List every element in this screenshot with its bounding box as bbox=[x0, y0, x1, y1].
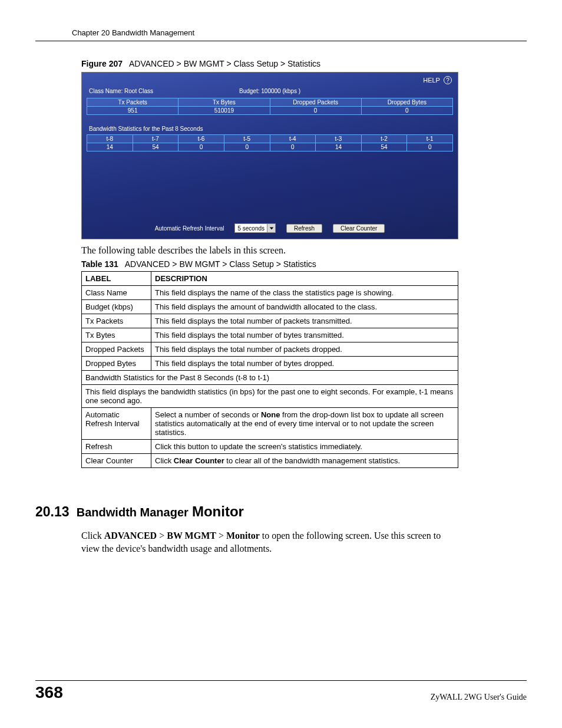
row-merged: This field displays the bandwidth statis… bbox=[82, 385, 458, 408]
row-label: Dropped Bytes bbox=[82, 357, 151, 371]
col-t4: t-4 bbox=[270, 135, 316, 143]
val-t4: 0 bbox=[270, 143, 316, 151]
refresh-button[interactable]: Refresh bbox=[286, 224, 322, 233]
row-desc: This field displays the total number of … bbox=[151, 314, 458, 328]
table-row: Dropped Bytes This field displays the to… bbox=[82, 357, 458, 371]
table-row: This field displays the bandwidth statis… bbox=[82, 385, 458, 408]
page-number: 368 bbox=[35, 683, 63, 702]
col-tx-bytes: Tx Bytes bbox=[178, 98, 270, 107]
row-desc: This field displays the name of the clas… bbox=[151, 286, 458, 300]
table-row: Refresh Click this button to update the … bbox=[82, 440, 458, 454]
table-row: Budget (kbps) This field displays the am… bbox=[82, 300, 458, 314]
guide-name: ZyWALL 2WG User's Guide bbox=[431, 693, 527, 702]
figure-label: Figure 207 bbox=[81, 59, 123, 68]
clear-counter-button[interactable]: Clear Counter bbox=[333, 224, 385, 233]
col-t7: t-7 bbox=[133, 135, 178, 143]
table-row: Bandwidth Statistics for the Past 8 Seco… bbox=[82, 371, 458, 385]
val-t3: 14 bbox=[316, 143, 362, 151]
val-t8: 14 bbox=[87, 143, 133, 151]
col-dropped-bytes: Dropped Bytes bbox=[361, 98, 452, 107]
row-label: Refresh bbox=[82, 440, 151, 454]
row-desc: Click this button to update the screen's… bbox=[151, 440, 458, 454]
budget-label: Budget: bbox=[239, 88, 259, 94]
refresh-interval-select[interactable]: 5 seconds bbox=[234, 223, 276, 233]
section-title-part1: Bandwidth Manager bbox=[77, 506, 189, 519]
section-number: 20.13 bbox=[35, 504, 70, 519]
statistics-screenshot: HELP ? Class Name: Root Class Budget: 10… bbox=[81, 72, 458, 239]
col-label: LABEL bbox=[82, 272, 151, 286]
figure-caption-text: ADVANCED > BW MGMT > Class Setup > Stati… bbox=[129, 59, 320, 68]
table-row: Tx Packets This field displays the total… bbox=[82, 314, 458, 328]
section-heading: 20.13 Bandwidth Manager Monitor bbox=[35, 503, 527, 520]
budget-value: 100000 (kbps ) bbox=[261, 88, 300, 94]
stats-subhead: Bandwidth Statistics for the Past 8 Seco… bbox=[87, 115, 453, 134]
col-t6: t-6 bbox=[178, 135, 224, 143]
val-t2: 54 bbox=[361, 143, 407, 151]
table-row: Dropped Packets This field displays the … bbox=[82, 342, 458, 357]
intro-paragraph: The following table describes the labels… bbox=[81, 245, 458, 256]
table-row: Automatic Refresh Interval Select a numb… bbox=[82, 408, 458, 440]
page-footer: 368 ZyWALL 2WG User's Guide bbox=[35, 680, 527, 702]
chevron-down-icon[interactable] bbox=[267, 224, 275, 232]
table-row: Class Name This field displays the name … bbox=[82, 286, 458, 300]
figure-caption: Figure 207 ADVANCED > BW MGMT > Class Se… bbox=[81, 59, 527, 68]
table-row: Tx Bytes This field displays the total n… bbox=[82, 328, 458, 342]
row-desc: Select a number of seconds or None from … bbox=[151, 408, 458, 440]
row-label: Budget (kbps) bbox=[82, 300, 151, 314]
table-caption-text: ADVANCED > BW MGMT > Class Setup > Stati… bbox=[125, 259, 316, 269]
val-dropped-bytes: 0 bbox=[361, 107, 452, 115]
row-label: Tx Packets bbox=[82, 314, 151, 328]
row-label: Dropped Packets bbox=[82, 342, 151, 357]
stats-summary-table: Tx Packets Tx Bytes Dropped Packets Drop… bbox=[87, 98, 453, 115]
val-tx-bytes: 510019 bbox=[178, 107, 270, 115]
col-t1: t-1 bbox=[407, 135, 453, 143]
help-link[interactable]: HELP bbox=[423, 77, 440, 84]
row-label: Class Name bbox=[82, 286, 151, 300]
row-merged: Bandwidth Statistics for the Past 8 Seco… bbox=[82, 371, 458, 385]
col-t2: t-2 bbox=[361, 135, 407, 143]
row-label: Clear Counter bbox=[82, 454, 151, 468]
table-label: Table 131 bbox=[81, 259, 118, 269]
table-caption: Table 131 ADVANCED > BW MGMT > Class Set… bbox=[81, 259, 527, 269]
col-description: DESCRIPTION bbox=[151, 272, 458, 286]
row-desc: This field displays the total number of … bbox=[151, 342, 458, 357]
val-t7: 54 bbox=[133, 143, 178, 151]
col-t3: t-3 bbox=[316, 135, 362, 143]
class-name-label: Class Name: bbox=[89, 88, 123, 94]
col-tx-packets: Tx Packets bbox=[87, 98, 178, 107]
svg-marker-0 bbox=[269, 227, 273, 229]
class-name-value: Root Class bbox=[124, 88, 153, 94]
val-tx-packets: 951 bbox=[87, 107, 178, 115]
row-desc: This field displays the amount of bandwi… bbox=[151, 300, 458, 314]
val-dropped-packets: 0 bbox=[270, 107, 361, 115]
stats-8sec-table: t-8 t-7 t-6 t-5 t-4 t-3 t-2 t-1 14 54 0 … bbox=[87, 134, 453, 151]
row-desc: This field displays the total number of … bbox=[151, 357, 458, 371]
refresh-interval-value: 5 seconds bbox=[237, 225, 265, 232]
col-t8: t-8 bbox=[87, 135, 133, 143]
row-label: Automatic Refresh Interval bbox=[82, 408, 151, 440]
row-desc: This field displays the total number of … bbox=[151, 328, 458, 342]
val-t6: 0 bbox=[178, 143, 224, 151]
col-dropped-packets: Dropped Packets bbox=[270, 98, 361, 107]
refresh-interval-label: Automatic Refresh Interval bbox=[155, 225, 224, 232]
val-t5: 0 bbox=[224, 143, 270, 151]
section-title-part2: Monitor bbox=[192, 503, 244, 519]
description-table: LABEL DESCRIPTION Class Name This field … bbox=[81, 271, 458, 468]
col-t5: t-5 bbox=[224, 135, 270, 143]
table-row: Clear Counter Click Clear Counter to cle… bbox=[82, 454, 458, 468]
row-desc: Click Clear Counter to clear all of the … bbox=[151, 454, 458, 468]
help-icon[interactable]: ? bbox=[444, 76, 452, 84]
body-paragraph: Click ADVANCED > BW MGMT > Monitor to op… bbox=[81, 529, 458, 555]
running-head: Chapter 20 Bandwidth Management bbox=[35, 28, 527, 41]
val-t1: 0 bbox=[407, 143, 453, 151]
row-label: Tx Bytes bbox=[82, 328, 151, 342]
